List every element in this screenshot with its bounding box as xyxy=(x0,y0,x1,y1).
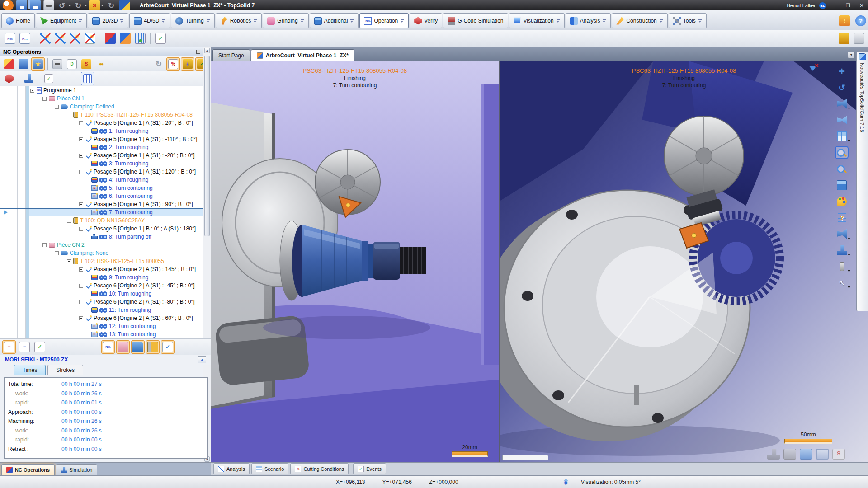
tree-node-posage[interactable]: Posage 5 [Origine 1 | A (S1) : 90° ; B :… xyxy=(0,200,211,208)
remove-filter-icon[interactable] xyxy=(808,65,818,75)
tree-node-posage[interactable]: Posage 5 [Origine 1 | A (S1) : 20° ; B :… xyxy=(0,119,211,127)
tree-operation[interactable]: 10: Turn roughing xyxy=(0,290,211,298)
tree-operation[interactable]: 7: Turn contouring xyxy=(0,208,211,216)
sync-button[interactable] xyxy=(152,57,165,71)
tab-list-icon[interactable]: ▾ xyxy=(848,52,855,58)
frame-table-button[interactable] xyxy=(83,32,97,45)
frame-create-button[interactable] xyxy=(38,32,52,45)
oplist-small-button[interactable] xyxy=(42,72,56,85)
machining-blocks-orange-button[interactable] xyxy=(118,32,132,45)
ribbon-tab-analysis[interactable]: Analysis xyxy=(566,13,611,28)
operations-tree[interactable]: Programme 1Pièce CN 1Clamping: DefinedT … xyxy=(0,86,211,338)
collapse-toggle[interactable] xyxy=(79,300,83,304)
collapse-toggle[interactable] xyxy=(79,137,83,141)
tree-operation[interactable]: 4: Turn roughing xyxy=(0,176,211,184)
ribbon-tab-4d-5d[interactable]: 4D/5D xyxy=(129,13,170,28)
ribbon-tab-2d-3d[interactable]: 2D/3D xyxy=(88,13,128,28)
sim-blue-button[interactable] xyxy=(17,57,30,71)
viewport-tab-events[interactable]: Events xyxy=(353,463,386,474)
dropdown-arrow[interactable] xyxy=(848,270,850,272)
help-button[interactable] xyxy=(854,14,868,28)
close-button[interactable]: ✕ xyxy=(857,2,867,9)
tree-node-tool[interactable]: T 102: HSK-T63-125-FT15 808055 xyxy=(0,257,211,265)
sim-star-button[interactable] xyxy=(31,57,45,71)
part-pink-button[interactable] xyxy=(116,340,130,354)
ribbon-tab-home[interactable]: Home xyxy=(1,13,35,28)
tree-node-posage[interactable]: Posage 6 [Origine 2 | A (S1) : -80° ; B … xyxy=(0,298,211,306)
orbit-view-button[interactable] xyxy=(835,81,849,94)
user-avatar[interactable]: BL xyxy=(819,2,826,9)
document-tab-arbrecourt-virtuel-phase-1-zx[interactable]: ArbreCourt_Virtuel Phase 1_ZX* xyxy=(251,49,354,61)
collapse-toggle[interactable] xyxy=(79,316,83,320)
machine-small-button[interactable] xyxy=(22,72,36,85)
collapse-toggle[interactable] xyxy=(55,105,59,109)
tree-operation[interactable]: 8: Turn parting off xyxy=(0,233,211,241)
dropdown-arrow[interactable] xyxy=(848,254,850,256)
panel-tab-simulation[interactable]: Simulation xyxy=(56,464,97,475)
ribbon-tab-robotics[interactable]: Robotics xyxy=(216,13,262,28)
library-button[interactable] xyxy=(837,32,851,45)
print2-button[interactable] xyxy=(51,57,64,71)
previous-view-button[interactable] xyxy=(835,97,849,110)
collapse-toggle[interactable] xyxy=(79,202,83,206)
binoculars-button[interactable] xyxy=(94,57,108,71)
ribbon-tab-visualization[interactable]: Visualization xyxy=(509,13,565,28)
scrollbar-thumb[interactable] xyxy=(204,56,210,236)
dropdown-arrow[interactable] xyxy=(848,286,850,288)
simulation-slider[interactable] xyxy=(502,455,548,460)
tree-operation[interactable]: 1: Turn roughing xyxy=(0,127,211,135)
tree-node-posage[interactable]: Posage 6 [Origine 2 | A (S1) : 145° ; B … xyxy=(0,265,211,273)
zoom-window-button[interactable] xyxy=(835,146,849,159)
stock-display-icon[interactable] xyxy=(783,449,796,460)
viewport-tab-scenario[interactable]: Scenario xyxy=(251,463,288,474)
dropdown-arrow[interactable] xyxy=(101,5,104,6)
dropdown-arrow[interactable] xyxy=(848,140,850,142)
document-tab-start-page[interactable]: Start Page xyxy=(212,49,250,61)
nc-program-list-button[interactable] xyxy=(18,32,32,45)
selection-cursor-button[interactable] xyxy=(835,276,849,289)
collapse-toggle[interactable] xyxy=(79,284,83,288)
nc-doc-button[interactable] xyxy=(101,340,115,354)
collapse-toggle[interactable] xyxy=(42,243,47,247)
viewport-tab-analysis[interactable]: Analysis xyxy=(213,463,250,474)
ribbon-tab-additional[interactable]: Additional xyxy=(310,13,359,28)
tree-operation[interactable]: 13: Turn contouring xyxy=(0,330,211,338)
tree-operation[interactable]: 9: Turn roughing xyxy=(0,273,211,282)
tree-operation[interactable]: 2: Turn roughing xyxy=(0,143,211,151)
part-view-button[interactable] xyxy=(835,113,849,127)
addons-button[interactable] xyxy=(852,32,866,45)
tree-operation[interactable]: 6: Turn contouring xyxy=(0,192,211,200)
viewport-detail[interactable]: PSC63-TIZIT-125-FT15 808055-R04-08 Finis… xyxy=(500,61,868,462)
frame-modify-button[interactable] xyxy=(68,32,82,45)
gcode-doc-button[interactable] xyxy=(166,57,180,71)
tab-times[interactable]: Times xyxy=(14,365,46,375)
viewport-tab-cutting-conditions[interactable]: Cutting Conditions xyxy=(290,463,349,474)
tree-node-part[interactable]: Pièce CN 2 xyxy=(0,241,211,249)
stock-display-button[interactable] xyxy=(81,72,94,85)
tool-gold-button[interactable] xyxy=(146,340,160,354)
collapse-toggle[interactable] xyxy=(55,251,59,255)
user-link[interactable]: Benoit Lallier xyxy=(787,3,816,8)
verify-small-button[interactable] xyxy=(2,72,16,85)
collapse-toggle[interactable] xyxy=(30,89,34,93)
sim-red-button[interactable] xyxy=(2,57,16,71)
split-view-button[interactable] xyxy=(835,130,849,143)
collapse-panel-icon[interactable]: ▲ xyxy=(198,356,206,363)
print-preview-button[interactable] xyxy=(65,57,79,71)
tree-node-program[interactable]: Programme 1 xyxy=(0,86,211,94)
restore-button[interactable]: ❐ xyxy=(843,2,853,9)
machine-link[interactable]: MORI SEIKI - MT2500 ZX xyxy=(5,357,68,363)
tree-node-clamp[interactable]: Clamping: Defined xyxy=(0,103,211,111)
collapse-toggle[interactable] xyxy=(67,113,71,117)
tree-check-button[interactable] xyxy=(33,340,47,354)
dropdown-arrow[interactable] xyxy=(68,5,71,6)
machine-display-icon[interactable] xyxy=(767,449,780,460)
frame-edit-button[interactable] xyxy=(53,32,67,45)
screen-display-icon[interactable] xyxy=(816,449,829,460)
dropdown-arrow[interactable] xyxy=(85,5,87,6)
collapse-toggle[interactable] xyxy=(79,121,83,125)
operations-list-button[interactable] xyxy=(154,32,167,45)
visual-help-button[interactable] xyxy=(835,211,849,224)
collapse-toggle[interactable] xyxy=(79,170,83,174)
clamp-blue-button[interactable] xyxy=(131,340,145,354)
